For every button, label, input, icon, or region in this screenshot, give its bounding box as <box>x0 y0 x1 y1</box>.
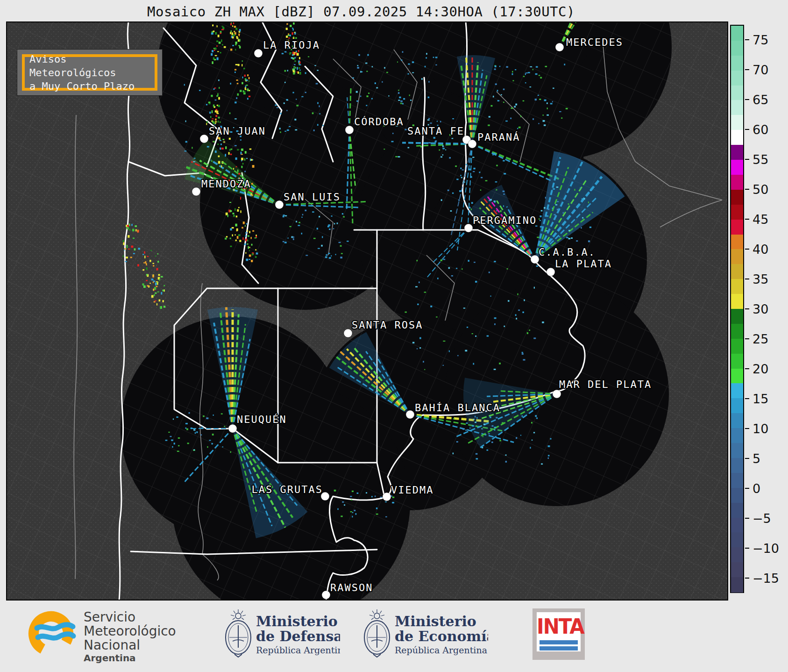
colorbar-tick <box>745 249 749 250</box>
ministerio-economia-logo: Ministerio de Economía República Argenti… <box>357 602 488 672</box>
colorbar-tick <box>745 488 749 489</box>
colorbar-segment <box>731 145 743 160</box>
colorbar-tick-label: 30 <box>753 302 768 316</box>
colorbar-segment <box>731 324 743 339</box>
colorbar-tick <box>745 129 749 130</box>
colorbar-segment <box>731 339 743 354</box>
colorbar-segment <box>731 577 743 592</box>
city-label: PARANÁ <box>477 131 520 143</box>
city-label: LA PLATA <box>555 258 612 270</box>
warning-panel: Avisos Meteorológicos a Muy Corto Plazo <box>17 49 163 96</box>
colorbar-tick <box>745 458 749 459</box>
colorbar-segment <box>731 547 743 562</box>
colorbar-segment <box>731 458 743 473</box>
city-dot <box>468 140 476 148</box>
colorbar-tick-label: −15 <box>753 571 779 586</box>
city-label: PERGAMINO <box>473 214 537 226</box>
colorbar-tick-label: −10 <box>753 541 779 556</box>
ministerio-defensa-text: Ministerio de Defensa República Argentin… <box>256 613 340 655</box>
radar-map: MERCEDESLA RIOJASAN JUANCÓRDOBASANTA FEP… <box>6 21 728 601</box>
colorbar-segment <box>731 413 743 428</box>
colorbar-tick-label: 55 <box>753 152 768 167</box>
city-label: MAR DEL PLATA <box>559 379 652 390</box>
city-dot <box>192 187 200 196</box>
inta-bar-bottom <box>540 646 578 651</box>
city-dot <box>345 126 354 134</box>
colorbar-segment <box>731 383 743 398</box>
inta-bar-top <box>540 640 578 644</box>
footer: Servicio Meteorológico Nacional Argentin… <box>0 602 788 672</box>
colorbar-tick-label: 5 <box>753 451 760 466</box>
city-label: SANTA ROSA <box>352 319 423 331</box>
colorbar-tick <box>745 428 749 429</box>
svg-text:Ministerio: Ministerio <box>395 613 476 629</box>
colorbar-segment <box>731 130 743 145</box>
colorbar-segment <box>731 26 743 41</box>
colorbar-segment <box>731 279 743 294</box>
svg-text:Argentina: Argentina <box>84 652 136 664</box>
svg-text:Ministerio: Ministerio <box>256 613 338 629</box>
city-dot <box>464 224 473 232</box>
colorbar-tick-label: 0 <box>753 481 760 496</box>
ministerio-defensa-logo: Ministerio de Defensa República Argentin… <box>219 602 340 672</box>
city-label: VIEDMA <box>391 484 433 496</box>
svg-text:República Argentina: República Argentina <box>395 645 487 655</box>
colorbar-tick-label: 50 <box>753 182 768 197</box>
colorbar-tick <box>745 338 749 339</box>
city-dot <box>406 410 414 419</box>
city-label: SANTA FE <box>407 125 464 137</box>
city-dot <box>555 43 564 51</box>
colorbar-tick-label: 15 <box>753 392 768 406</box>
dbz-colorbar <box>730 25 744 593</box>
city-label: RAWSON <box>330 582 373 593</box>
colorbar-segment <box>731 473 743 488</box>
colorbar-segment <box>731 249 743 264</box>
colorbar-segment <box>731 190 743 205</box>
inta-wordmark: INTA <box>537 615 581 638</box>
colorbar-segment <box>731 532 743 547</box>
colorbar-tick <box>745 189 749 190</box>
colorbar-segment <box>731 518 743 533</box>
colorbar-tick <box>745 99 749 100</box>
colorbar-tick <box>745 578 749 579</box>
city-dot <box>322 591 330 599</box>
colorbar-tick <box>745 219 749 220</box>
colorbar-segment <box>731 71 743 86</box>
warning-box[interactable]: Avisos Meteorológicos a Muy Corto Plazo <box>22 54 157 91</box>
colorbar-tick <box>745 368 749 369</box>
colorbar-tick <box>745 159 749 160</box>
colorbar-segment <box>731 398 743 413</box>
colorbar-segment <box>731 264 743 279</box>
colorbar-segment <box>731 175 743 190</box>
colorbar-tick <box>745 308 749 309</box>
svg-text:Nacional: Nacional <box>84 637 140 653</box>
colorbar-segment <box>731 309 743 324</box>
city-dot <box>553 390 561 398</box>
city-label: CÓRDOBA <box>354 116 404 128</box>
colorbar-segment <box>731 562 743 577</box>
city-dot <box>275 200 284 209</box>
colorbar-tick-label: 25 <box>753 332 768 346</box>
ministerio-economia-text: Ministerio de Economía República Argenti… <box>395 613 488 655</box>
colorbar-tick-label: 45 <box>753 212 768 227</box>
colorbar-tick-label: 10 <box>753 422 768 436</box>
smn-logo: Servicio Meteorológico Nacional Argentin… <box>27 602 185 672</box>
inta-logo-inner: INTA <box>537 612 581 651</box>
svg-text:de Economía: de Economía <box>395 628 488 644</box>
colorbar-segment <box>731 160 743 175</box>
colorbar-tick-label: −5 <box>753 511 771 526</box>
city-label: SAN JUAN <box>209 125 266 137</box>
city-dot <box>200 135 208 143</box>
colorbar-segment <box>731 41 743 56</box>
colorbar-segment <box>731 220 743 235</box>
page-title: Mosaico ZH MAX [dBZ] 07.09.2025 14:30HOA… <box>0 4 722 20</box>
inta-logo-frame: INTA <box>532 608 585 660</box>
radar-mosaic-page: Mosaico ZH MAX [dBZ] 07.09.2025 14:30HOA… <box>0 0 788 672</box>
smn-logo-mark <box>28 610 74 657</box>
colorbar-tick <box>745 548 749 549</box>
city-label: LA RIOJA <box>263 39 320 51</box>
colorbar-segment <box>731 205 743 220</box>
svg-text:Servicio: Servicio <box>84 609 135 625</box>
colorbar-segment <box>731 428 743 443</box>
colorbar-tick <box>745 279 749 279</box>
